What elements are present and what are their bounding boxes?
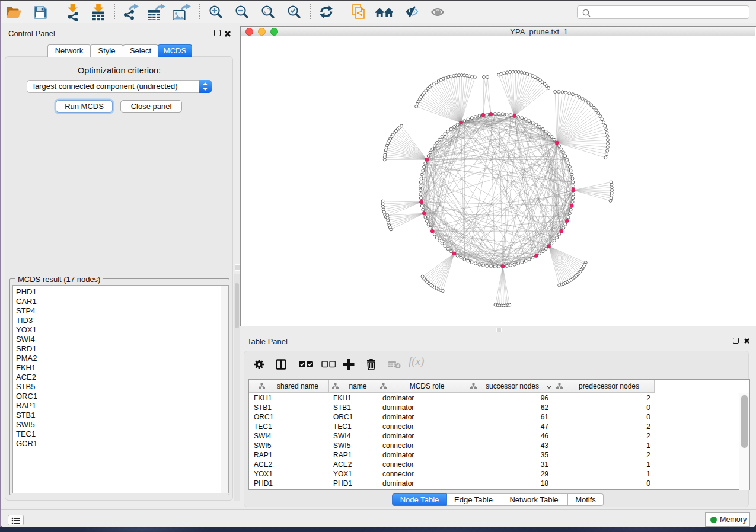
svg-text:f(x): f(x) bbox=[409, 356, 424, 368]
